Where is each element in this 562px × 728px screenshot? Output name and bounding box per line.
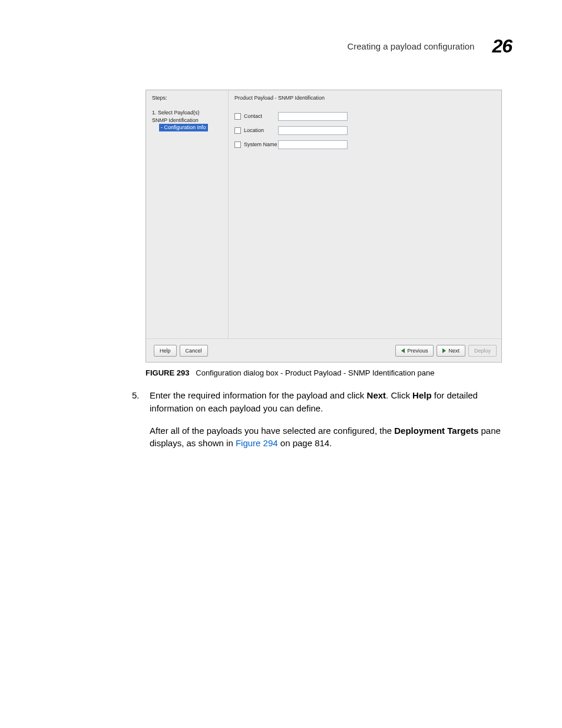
contact-label: Contact bbox=[244, 113, 278, 119]
system-name-label: System Name bbox=[244, 141, 278, 147]
triangle-left-icon bbox=[401, 348, 405, 353]
steps-heading: Steps: bbox=[152, 95, 222, 101]
figure-294-link[interactable]: Figure 294 bbox=[236, 438, 278, 448]
header-section-title: Creating a payload configuration bbox=[347, 41, 474, 51]
step-configuration-info[interactable]: - Configuration Info bbox=[152, 124, 222, 131]
contact-input[interactable] bbox=[278, 112, 348, 121]
deploy-button: Deploy bbox=[468, 345, 497, 357]
pane-title: Product Payload - SNMP Identification bbox=[234, 95, 495, 101]
location-input[interactable] bbox=[278, 126, 348, 135]
system-name-checkbox[interactable] bbox=[234, 141, 241, 148]
location-label: Location bbox=[244, 127, 278, 133]
location-checkbox[interactable] bbox=[234, 127, 241, 134]
step-1[interactable]: 1. Select Payload(s) bbox=[152, 109, 222, 117]
next-button[interactable]: Next bbox=[437, 345, 465, 357]
followup-paragraph: After all of the payloads you have selec… bbox=[150, 424, 503, 450]
help-button[interactable]: Help bbox=[154, 345, 177, 357]
main-panel: Product Payload - SNMP Identification Co… bbox=[229, 90, 501, 338]
figure-caption: FIGURE 293 Configuration dialog box - Pr… bbox=[146, 368, 502, 377]
system-name-input[interactable] bbox=[278, 140, 348, 149]
contact-checkbox[interactable] bbox=[234, 113, 241, 120]
step-5: 5. Enter the required information for th… bbox=[132, 389, 503, 415]
steps-panel: Steps: 1. Select Payload(s) SNMP Identif… bbox=[146, 90, 229, 338]
figure-label: FIGURE 293 bbox=[146, 368, 189, 377]
triangle-right-icon bbox=[442, 348, 446, 353]
config-dialog: Steps: 1. Select Payload(s) SNMP Identif… bbox=[146, 90, 502, 363]
dialog-footer: Help Cancel Previous Next Deploy bbox=[146, 338, 501, 362]
step-snmp-identification[interactable]: SNMP Identification bbox=[152, 117, 222, 124]
cancel-button[interactable]: Cancel bbox=[180, 345, 208, 357]
step-5-number: 5. bbox=[132, 389, 150, 415]
step-5-text: Enter the required information for the p… bbox=[150, 389, 503, 415]
previous-button[interactable]: Previous bbox=[395, 345, 434, 357]
header-chapter-number: 26 bbox=[492, 35, 512, 57]
figure-caption-text: Configuration dialog box - Product Paylo… bbox=[196, 368, 434, 377]
